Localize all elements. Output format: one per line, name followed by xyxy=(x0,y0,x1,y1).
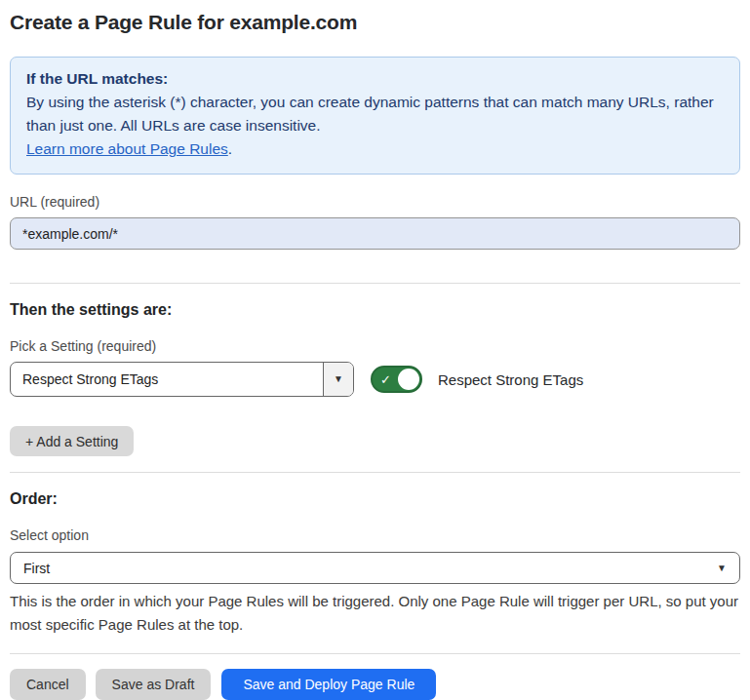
url-match-info-box: If the URL matches: By using the asteris… xyxy=(10,57,740,175)
save-draft-button[interactable]: Save as Draft xyxy=(96,669,212,700)
settings-row: Respect Strong ETags ▼ ✓ Respect Strong … xyxy=(10,362,740,397)
url-input[interactable] xyxy=(10,217,740,250)
save-deploy-button[interactable]: Save and Deploy Page Rule xyxy=(221,669,436,700)
section-divider xyxy=(10,472,740,473)
chevron-down-icon: ▼ xyxy=(334,374,343,384)
page-title: Create a Page Rule for example.com xyxy=(10,10,740,35)
info-box-heading: If the URL matches: xyxy=(26,67,724,91)
setting-dropdown-arrow-button[interactable]: ▼ xyxy=(323,363,353,396)
page-rule-form: Create a Page Rule for example.com If th… xyxy=(0,0,750,700)
order-heading: Order: xyxy=(10,490,740,508)
order-select-label: Select option xyxy=(10,527,740,543)
section-divider xyxy=(10,283,740,284)
info-box-body: By using the asterisk (*) character, you… xyxy=(26,91,724,137)
add-setting-button[interactable]: + Add a Setting xyxy=(10,426,134,456)
settings-heading: Then the settings are: xyxy=(10,301,740,319)
etags-toggle-label: Respect Strong ETags xyxy=(438,371,583,388)
pick-setting-label: Pick a Setting (required) xyxy=(10,338,740,354)
footer-actions: Cancel Save as Draft Save and Deploy Pag… xyxy=(10,669,740,700)
order-select-value: First xyxy=(23,561,50,576)
setting-dropdown-value: Respect Strong ETags xyxy=(11,363,323,396)
order-select[interactable]: First ▼ xyxy=(10,552,740,584)
cancel-button[interactable]: Cancel xyxy=(10,669,86,700)
chevron-down-icon: ▼ xyxy=(717,564,727,573)
etags-toggle[interactable]: ✓ xyxy=(371,366,422,393)
footer-divider xyxy=(10,653,740,654)
info-box-link-line: Learn more about Page Rules. xyxy=(26,137,724,161)
order-help-text: This is the order in which your Page Rul… xyxy=(10,590,740,637)
setting-dropdown[interactable]: Respect Strong ETags ▼ xyxy=(10,362,354,397)
toggle-knob xyxy=(398,369,419,390)
learn-more-link[interactable]: Learn more about Page Rules xyxy=(26,140,228,157)
link-suffix: . xyxy=(228,140,232,157)
url-label: URL (required) xyxy=(10,194,740,210)
check-icon: ✓ xyxy=(380,372,391,387)
